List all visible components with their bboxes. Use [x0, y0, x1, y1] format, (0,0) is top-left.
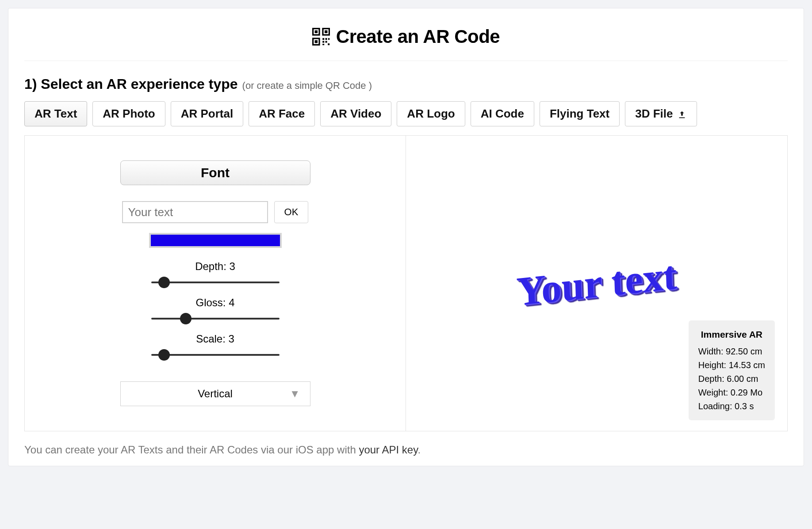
color-picker[interactable] [149, 233, 282, 248]
tab-ar-video[interactable]: AR Video [320, 101, 391, 126]
ok-button[interactable]: OK [274, 201, 309, 223]
editor-panel: Font OK Depth: 3 Gloss: 4 [24, 135, 788, 431]
chevron-down-icon: ▼ [290, 388, 300, 400]
orientation-select[interactable]: Vertical ▼ [120, 381, 310, 406]
tab-ar-photo-label: AR Photo [103, 107, 155, 121]
tab-ar-face[interactable]: AR Face [249, 101, 315, 126]
font-button[interactable]: Font [120, 160, 310, 185]
tab-ar-logo[interactable]: AR Logo [397, 101, 465, 126]
stats-depth: Depth: 6.00 cm [698, 372, 765, 386]
scale-label: Scale: 3 [151, 333, 280, 345]
footer-note: You can create your AR Texts and their A… [24, 444, 788, 456]
controls-panel: Font OK Depth: 3 Gloss: 4 [25, 136, 406, 431]
svg-rect-10 [325, 41, 327, 43]
tab-flying-text[interactable]: Flying Text [540, 101, 620, 126]
tab-ar-logo-label: AR Logo [407, 107, 455, 121]
svg-rect-6 [322, 38, 324, 40]
page-title-text: Create an AR Code [336, 26, 500, 47]
page-title: Create an AR Code [312, 26, 500, 47]
stats-width: Width: 92.50 cm [698, 345, 765, 358]
tab-ar-photo[interactable]: AR Photo [92, 101, 165, 126]
orientation-selected-label: Vertical [198, 388, 233, 400]
stats-title: Immersive AR [698, 327, 765, 342]
main-card: Create an AR Code 1) Select an AR experi… [8, 8, 804, 466]
depth-slider[interactable] [151, 277, 280, 288]
footer-prefix: You can create your AR Texts and their A… [24, 444, 359, 456]
svg-rect-8 [328, 38, 329, 40]
upload-icon [677, 109, 687, 119]
api-key-link[interactable]: your API key [359, 444, 417, 456]
preview-3d-text: Your text [516, 251, 677, 315]
svg-rect-7 [325, 38, 327, 40]
step-heading: 1) Select an AR experience type (or crea… [24, 76, 788, 92]
tab-ai-code-label: AI Code [481, 107, 524, 121]
scale-slider[interactable] [151, 350, 280, 360]
tab-ar-portal-label: AR Portal [181, 107, 233, 121]
tab-ar-portal[interactable]: AR Portal [171, 101, 243, 126]
qr-code-icon [312, 28, 330, 46]
scale-slider-block: Scale: 3 [151, 333, 280, 360]
svg-rect-9 [322, 41, 324, 43]
svg-rect-5 [314, 40, 317, 43]
tab-flying-text-label: Flying Text [550, 107, 609, 121]
stats-height: Height: 14.53 cm [698, 358, 765, 372]
svg-rect-11 [322, 44, 324, 45]
stats-box: Immersive AR Width: 92.50 cm Height: 14.… [689, 320, 775, 420]
tab-3d-file-label: 3D File [635, 107, 673, 121]
tab-3d-file[interactable]: 3D File [625, 101, 697, 126]
stats-loading: Loading: 0.3 s [698, 400, 765, 413]
text-input-row: OK [122, 201, 309, 223]
svg-rect-3 [325, 30, 327, 33]
stats-weight: Weight: 0.29 Mo [698, 386, 765, 400]
preview-panel: Your text Immersive AR Width: 92.50 cm H… [406, 136, 787, 431]
depth-label: Depth: 3 [151, 260, 280, 273]
experience-tabs: AR TextAR PhotoAR PortalAR FaceAR VideoA… [24, 101, 788, 126]
gloss-slider[interactable] [151, 313, 280, 324]
gloss-slider-block: Gloss: 4 [151, 297, 280, 324]
tab-ai-code[interactable]: AI Code [471, 101, 534, 126]
tab-ar-video-label: AR Video [330, 107, 381, 121]
tab-ar-text-label: AR Text [34, 107, 77, 121]
tab-ar-face-label: AR Face [259, 107, 305, 121]
svg-rect-12 [328, 43, 329, 45]
gloss-label: Gloss: 4 [151, 297, 280, 309]
title-row: Create an AR Code [24, 26, 788, 61]
tab-ar-text[interactable]: AR Text [24, 101, 87, 126]
depth-slider-block: Depth: 3 [151, 260, 280, 288]
footer-suffix: . [417, 444, 421, 456]
svg-rect-1 [314, 30, 317, 33]
text-input[interactable] [122, 201, 268, 223]
step-label: 1) Select an AR experience type [24, 76, 238, 92]
step-hint: (or create a simple QR Code ) [242, 80, 372, 91]
